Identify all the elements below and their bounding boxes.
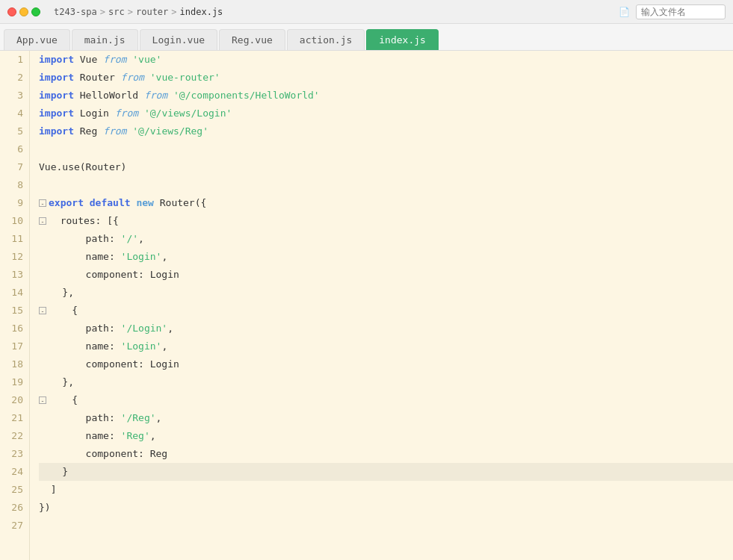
line-num-6: 6 [6,140,23,158]
tab-index-js[interactable]: index.js [366,29,439,50]
line-num-26: 26 [6,499,23,517]
file-icon: 📄 [618,6,630,18]
code-line-26: }) [39,499,733,517]
code-line-21: path: '/Reg', [39,409,733,427]
code-line-11: path: '/', [39,230,733,248]
line-num-16: 16 [6,320,23,337]
line-num-21: 21 [6,409,23,427]
code-line-23: component: Reg [39,445,733,463]
title-bar: t243-spa > src > router > index.js 📄 [0,0,733,24]
line-num-18: 18 [6,355,23,373]
code-line-22: name: 'Reg', [39,427,733,445]
code-line-19: }, [39,373,733,391]
fold-icon-10[interactable]: - [39,217,46,225]
line-num-25: 25 [6,481,23,499]
filename-input[interactable] [636,4,726,19]
tabs-bar: App.vue main.js Login.vue Reg.vue action… [0,24,733,51]
tab-action-js[interactable]: action.js [287,29,365,50]
line-num-24: 24 [6,463,23,481]
line-num-1: 1 [6,51,23,69]
code-line-8 [39,176,733,194]
line-num-12: 12 [6,248,23,266]
tab-app-vue[interactable]: App.vue [4,29,70,50]
line-num-9: 9 [6,194,23,212]
code-line-12: name: 'Login', [39,248,733,266]
code-line-9: -export default new Router({ [39,194,733,212]
code-editor: 1 2 3 4 5 6 7 8 9 10 11 12 13 14 15 16 1… [0,51,733,560]
window-controls [7,7,40,16]
breadcrumb-item: router [136,7,168,17]
tab-login-vue[interactable]: Login.vue [140,29,217,50]
breadcrumb-separator: > [128,7,133,17]
code-line-27 [39,517,733,535]
breadcrumb: t243-spa > src > router > index.js [46,7,612,17]
line-num-20: 20 [6,391,23,409]
code-line-5: import Reg from '@/views/Reg' [39,122,733,140]
code-line-10: - routes: [{ [39,212,733,230]
breadcrumb-separator: > [171,7,176,17]
code-line-7: Vue.use(Router) [39,158,733,176]
fold-icon-20[interactable]: - [39,396,46,404]
tab-main-js[interactable]: main.js [72,29,138,50]
line-num-10: 10 [6,212,23,230]
line-num-22: 22 [6,427,23,445]
fold-icon-9[interactable]: - [39,199,46,207]
line-num-8: 8 [6,176,23,194]
code-line-13: component: Login [39,266,733,284]
line-num-27: 27 [6,517,23,535]
line-num-3: 3 [6,87,23,105]
title-bar-right: 📄 [618,4,726,19]
code-line-1: import Vue from 'vue' [39,51,733,69]
breadcrumb-item: src [108,7,125,17]
code-line-2: import Router from 'vue-router' [39,69,733,87]
code-content[interactable]: import Vue from 'vue' import Router from… [30,51,733,560]
breadcrumb-separator: > [100,7,105,17]
line-num-19: 19 [6,373,23,391]
close-button[interactable] [7,7,16,16]
maximize-button[interactable] [31,7,40,16]
code-line-6 [39,140,733,158]
fold-icon-15[interactable]: - [39,307,46,314]
line-num-23: 23 [6,445,23,463]
line-num-2: 2 [6,69,23,87]
line-num-13: 13 [6,266,23,284]
breadcrumb-item: t243-spa [54,7,97,17]
tab-reg-vue[interactable]: Reg.vue [219,29,285,50]
code-line-25: ] [39,481,733,499]
code-line-17: name: 'Login', [39,337,733,355]
code-line-4: import Login from '@/views/Login' [39,105,733,122]
code-line-20: - { [39,391,733,409]
code-line-18: component: Login [39,355,733,373]
breadcrumb-current: index.js [180,7,223,17]
code-line-15: - { [39,302,733,320]
code-line-14: }, [39,284,733,302]
line-num-17: 17 [6,337,23,355]
line-num-14: 14 [6,284,23,302]
line-num-7: 7 [6,158,23,176]
minimize-button[interactable] [19,7,28,16]
line-num-4: 4 [6,105,23,122]
code-line-3: import HelloWorld from '@/components/Hel… [39,87,733,105]
line-num-5: 5 [6,122,23,140]
line-num-11: 11 [6,230,23,248]
code-line-16: path: '/Login', [39,320,733,337]
code-line-24: } [39,463,733,481]
line-numbers: 1 2 3 4 5 6 7 8 9 10 11 12 13 14 15 16 1… [0,51,30,560]
line-num-15: 15 [6,302,23,320]
